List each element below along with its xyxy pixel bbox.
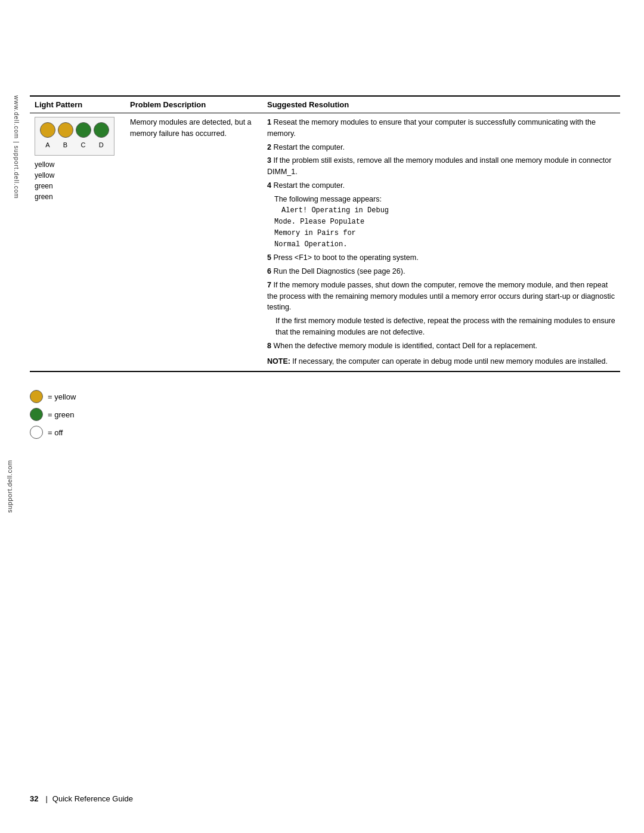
letters-row: A B C D	[40, 140, 109, 150]
legend-green-row: = green	[30, 408, 644, 421]
color-yellow2-label: yellow	[35, 170, 120, 181]
letter-b: B	[63, 140, 67, 150]
step-4-note: The following message appears: Alert! Op…	[274, 194, 615, 250]
note-text: If necessary, the computer can operate i…	[290, 357, 608, 366]
light-b	[58, 122, 73, 138]
header-suggested-resolution: Suggested Resolution	[262, 96, 620, 113]
legend-green-circle	[30, 408, 43, 421]
light-a	[40, 122, 55, 138]
color-green-label: green	[35, 181, 120, 191]
footer-divider: |	[45, 794, 47, 803]
resolution-text: 1 Reseat the memory modules to ensure th…	[267, 117, 615, 367]
legend-off-label: = off	[48, 428, 63, 437]
footer: 32 | Quick Reference Guide	[30, 794, 620, 803]
problem-description-cell: Memory modules are detected, but a memor…	[125, 113, 262, 372]
legend-off-circle	[30, 426, 43, 439]
note-label: NOTE:	[267, 357, 290, 366]
header-light-pattern: Light Pattern	[30, 96, 125, 113]
problem-text: Memory modules are detected, but a memor…	[130, 118, 252, 138]
sidebar-text: support.dell.com www.dell.com | support.…	[6, 95, 20, 513]
light-c	[76, 122, 91, 138]
footer-page-number: 32	[30, 794, 38, 803]
main-content: Light Pattern Problem Description Sugges…	[30, 95, 620, 372]
legend-yellow-label: = yellow	[48, 392, 76, 401]
color-yellow-label: yellow	[35, 159, 120, 170]
lights-row	[40, 122, 109, 138]
table-row: A B C D yellow yellow green green	[30, 113, 620, 372]
color-labels-cell: yellow yellow green green	[35, 159, 120, 202]
light-pattern-cell: A B C D yellow yellow green green	[30, 113, 125, 372]
legend-yellow-circle	[30, 390, 43, 403]
legend-green-label: = green	[48, 410, 74, 419]
step-1: 1 Reseat the memory modules to ensure th…	[267, 117, 615, 140]
legend-off-row: = off	[30, 426, 644, 439]
letter-d: D	[99, 140, 104, 150]
letter-a: A	[45, 140, 49, 150]
letter-c: C	[81, 140, 86, 150]
light-d	[94, 122, 109, 138]
step-8: 8 When the defective memory module is id…	[267, 340, 615, 352]
resolution-cell: 1 Reseat the memory modules to ensure th…	[262, 113, 620, 372]
step-5: 5 Press <F1> to boot to the operating sy…	[267, 252, 615, 264]
step-4: 4 Restart the computer.	[267, 180, 615, 191]
alert-code: Alert! Operating in DebugMode. Please Po…	[274, 206, 389, 249]
step-6: 6 Run the Dell Diagnostics (see page 26)…	[267, 266, 615, 277]
legend-yellow-row: = yellow	[30, 390, 644, 403]
step-7b: If the first memory module tested is def…	[275, 315, 615, 338]
step-3: 3 If the problem still exists, remove al…	[267, 155, 615, 178]
footer-title: Quick Reference Guide	[52, 794, 133, 803]
data-table: Light Pattern Problem Description Sugges…	[30, 95, 620, 372]
legend-section: = yellow = green = off	[30, 390, 644, 439]
header-problem-description: Problem Description	[125, 96, 262, 113]
step-7: 7 If the memory module passes, shut down…	[267, 280, 615, 313]
step-2: 2 Restart the computer.	[267, 142, 615, 153]
color-green2-label: green	[35, 191, 120, 202]
note-block: NOTE: If necessary, the computer can ope…	[267, 356, 615, 367]
light-pattern-box: A B C D	[35, 117, 114, 156]
